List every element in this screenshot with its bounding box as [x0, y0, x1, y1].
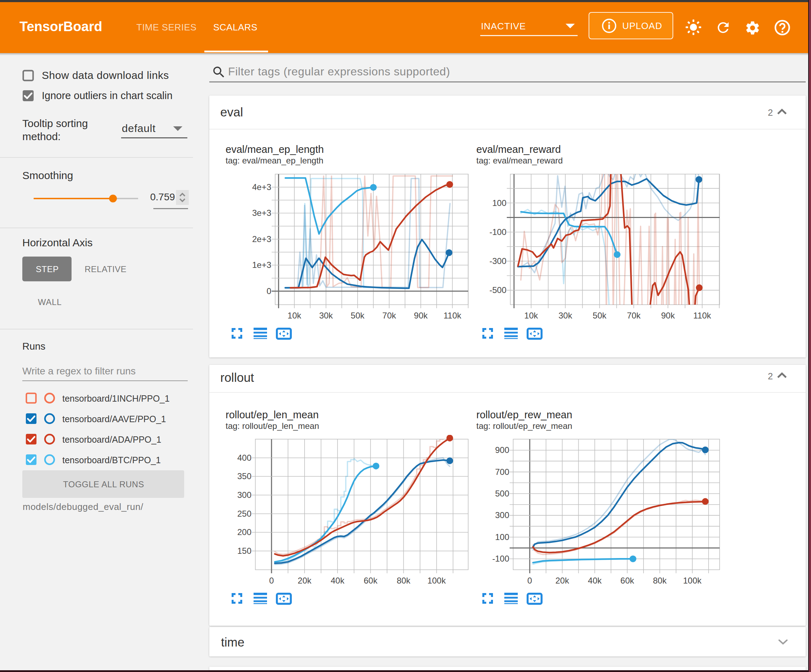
- svg-text:3e+3: 3e+3: [252, 208, 271, 218]
- svg-text:60k: 60k: [621, 576, 635, 585]
- svg-text:80k: 80k: [653, 576, 667, 585]
- svg-text:0: 0: [269, 576, 274, 585]
- svg-text:100k: 100k: [683, 576, 702, 585]
- svg-text:900: 900: [495, 445, 509, 455]
- svg-text:-100: -100: [489, 227, 506, 237]
- svg-text:30k: 30k: [558, 311, 573, 320]
- svg-text:250: 250: [237, 509, 251, 518]
- svg-text:300: 300: [495, 510, 509, 520]
- svg-text:70k: 70k: [627, 311, 641, 320]
- svg-text:2e+3: 2e+3: [252, 234, 271, 244]
- svg-text:400: 400: [237, 453, 251, 462]
- svg-text:70k: 70k: [382, 311, 397, 320]
- svg-text:-500: -500: [489, 285, 506, 295]
- svg-text:-300: -300: [489, 256, 506, 266]
- svg-text:40k: 40k: [331, 576, 345, 585]
- svg-text:10k: 10k: [524, 311, 538, 320]
- svg-text:0: 0: [267, 286, 271, 296]
- svg-text:50k: 50k: [351, 311, 365, 320]
- svg-text:200: 200: [237, 527, 251, 537]
- svg-text:150: 150: [237, 546, 251, 555]
- svg-text:700: 700: [495, 467, 509, 477]
- svg-text:100: 100: [492, 198, 506, 208]
- svg-text:300: 300: [237, 490, 251, 500]
- svg-text:110k: 110k: [443, 311, 461, 320]
- svg-text:110k: 110k: [694, 311, 711, 320]
- svg-text:20k: 20k: [555, 576, 570, 585]
- svg-text:350: 350: [237, 471, 251, 481]
- svg-text:1e+3: 1e+3: [252, 260, 271, 270]
- svg-text:0: 0: [527, 576, 532, 585]
- svg-text:60k: 60k: [364, 576, 378, 585]
- svg-text:80k: 80k: [397, 576, 411, 585]
- svg-text:100: 100: [495, 532, 509, 542]
- svg-text:40k: 40k: [588, 576, 602, 585]
- svg-text:500: 500: [495, 489, 509, 498]
- svg-text:100k: 100k: [428, 576, 446, 585]
- svg-text:4e+3: 4e+3: [252, 182, 271, 192]
- svg-text:20k: 20k: [298, 576, 312, 585]
- svg-text:10k: 10k: [288, 311, 302, 320]
- svg-text:50k: 50k: [593, 311, 607, 320]
- svg-text:90k: 90k: [414, 311, 428, 320]
- svg-text:-100: -100: [492, 554, 509, 564]
- svg-text:90k: 90k: [661, 311, 675, 320]
- svg-text:30k: 30k: [319, 311, 333, 320]
